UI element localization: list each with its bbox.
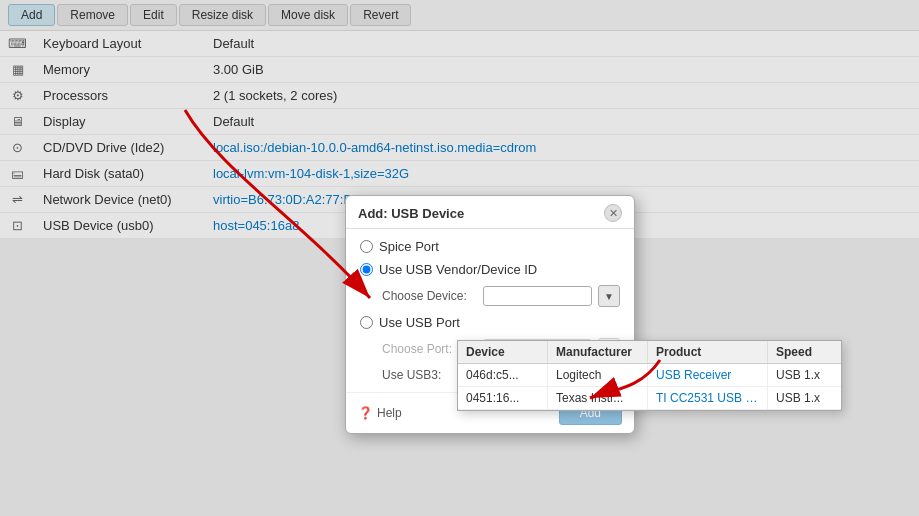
device-dropdown-popup: Device Manufacturer Product Speed 046d:c… [457, 340, 842, 411]
dialog-title: Add: USB Device [358, 206, 464, 221]
help-label: Help [377, 406, 402, 420]
dropdown-product: USB Receiver [648, 364, 768, 386]
usb-port-label: Use USB Port [379, 315, 460, 330]
dropdown-speed: USB 1.x [768, 364, 838, 386]
choose-device-label: Choose Device: [382, 289, 477, 303]
dialog-title-bar: Add: USB Device ✕ [346, 196, 634, 229]
col-header-product: Product [648, 341, 768, 363]
dropdown-manufacturer: Logitech [548, 364, 648, 386]
usb-vendor-radio[interactable] [360, 263, 373, 276]
col-header-manufacturer: Manufacturer [548, 341, 648, 363]
dropdown-row-item[interactable]: 046d:c5... Logitech USB Receiver USB 1.x [458, 364, 841, 387]
usb-port-radio-row: Use USB Port [360, 315, 620, 330]
help-icon: ❓ [358, 406, 373, 420]
spice-port-radio-row: Spice Port [360, 239, 620, 254]
choose-device-row: Choose Device: ▼ [360, 285, 620, 307]
dropdown-row-item[interactable]: 0451:16... Texas Instr... TI CC2531 USB … [458, 387, 841, 410]
help-button[interactable]: ❓ Help [358, 406, 402, 420]
choose-device-input[interactable] [483, 286, 592, 306]
dropdown-speed: USB 1.x [768, 387, 838, 409]
dropdown-rows: 046d:c5... Logitech USB Receiver USB 1.x… [458, 364, 841, 410]
dialog-close-button[interactable]: ✕ [604, 204, 622, 222]
choose-device-dropdown-btn[interactable]: ▼ [598, 285, 620, 307]
col-header-speed: Speed [768, 341, 838, 363]
usb-vendor-label: Use USB Vendor/Device ID [379, 262, 537, 277]
dropdown-device: 046d:c5... [458, 364, 548, 386]
usb-port-radio[interactable] [360, 316, 373, 329]
spice-port-label: Spice Port [379, 239, 439, 254]
col-header-device: Device [458, 341, 548, 363]
spice-port-radio[interactable] [360, 240, 373, 253]
usb-vendor-radio-row: Use USB Vendor/Device ID [360, 262, 620, 277]
dropdown-product: TI CC2531 USB CDC [648, 387, 768, 409]
dropdown-manufacturer: Texas Instr... [548, 387, 648, 409]
dropdown-header: Device Manufacturer Product Speed [458, 341, 841, 364]
dropdown-device: 0451:16... [458, 387, 548, 409]
